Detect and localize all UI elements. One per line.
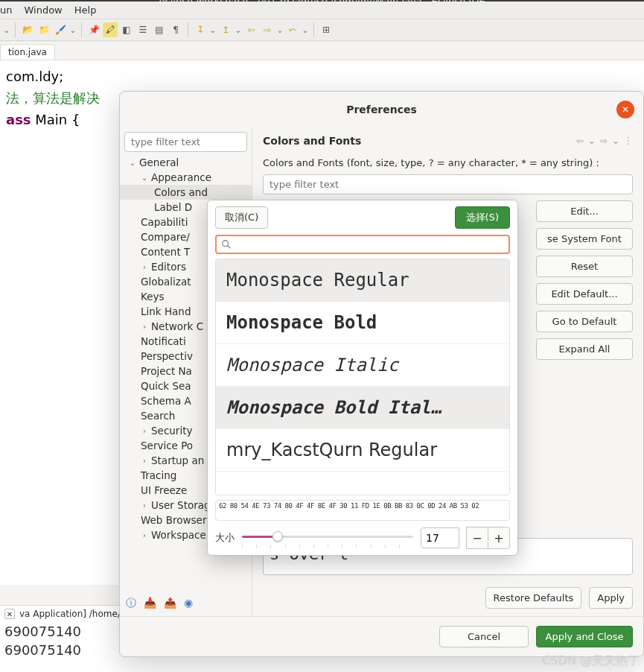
- font-item[interactable]: Monospace Bold Ital…: [216, 387, 509, 429]
- prev-annotation-icon[interactable]: ↧: [193, 22, 208, 37]
- font-item[interactable]: Monospace Italic: [216, 344, 509, 387]
- open-icon[interactable]: 📁: [36, 22, 51, 37]
- pin-icon[interactable]: 📌: [86, 22, 101, 37]
- toolbar-chevron-icon[interactable]: ⌄: [3, 26, 10, 34]
- font-picker-select-button[interactable]: 选择(S): [455, 206, 510, 229]
- chevron-down-icon[interactable]: ⌄: [141, 174, 148, 181]
- block-icon[interactable]: ▤: [152, 22, 167, 37]
- chevron-right-icon[interactable]: ›: [141, 427, 148, 434]
- back-icon[interactable]: ⇦: [243, 22, 258, 37]
- font-list[interactable]: Monospace Regular Monospace Bold Monospa…: [215, 259, 510, 495]
- font-item[interactable]: Monospace Regular: [216, 259, 509, 302]
- editor-tab[interactable]: tion.java: [0, 44, 55, 60]
- menu-run[interactable]: un: [0, 4, 12, 16]
- svg-line-1: [228, 246, 231, 249]
- use-system-font-button[interactable]: se System Font: [536, 228, 633, 250]
- help-icon[interactable]: ⓘ: [126, 597, 136, 610]
- section-title: Colors and Fonts: [263, 135, 361, 147]
- close-button[interactable]: ✕: [616, 101, 634, 118]
- apply-and-close-button[interactable]: Apply and Close: [536, 626, 633, 647]
- menu-icon[interactable]: ⋮: [624, 136, 633, 146]
- cancel-button[interactable]: Cancel: [439, 626, 529, 647]
- menu-help[interactable]: Help: [74, 4, 97, 16]
- toolbar: ⌄ 📂 📁 🖌️ ⌄ 📌 🖍 ◧ ☰ ▤ ¶ ↧ ⌄ ↥ ⌄ ⇦ ⇨ ⌄ ⤺ ⌄…: [0, 19, 644, 41]
- font-picker-cancel-button[interactable]: 取消(C): [215, 206, 268, 229]
- size-input[interactable]: [421, 527, 459, 548]
- chevron-right-icon[interactable]: ›: [141, 531, 148, 539]
- restore-defaults-button[interactable]: Restore Defaults: [485, 587, 582, 609]
- highlight-icon[interactable]: 🖍: [103, 22, 118, 37]
- font-item[interactable]: Monospace Bold: [216, 302, 509, 344]
- outline-icon[interactable]: ☰: [136, 22, 150, 37]
- forward-arrow-icon[interactable]: ⇨: [600, 136, 608, 146]
- go-to-default-button[interactable]: Go to Default: [536, 311, 633, 332]
- record-icon[interactable]: ◉: [184, 597, 193, 610]
- fonts-filter-input[interactable]: [263, 174, 633, 194]
- edit-default-button[interactable]: Edit Default...: [536, 283, 633, 305]
- tree-item-colors-fonts[interactable]: Colors and: [120, 185, 252, 200]
- console-header: va Application] /home/l: [19, 609, 123, 619]
- open-folder-icon[interactable]: 📂: [20, 22, 35, 37]
- menu-window[interactable]: Window: [24, 4, 62, 16]
- chevron-right-icon[interactable]: ›: [141, 457, 148, 464]
- last-edit-icon[interactable]: ⤺: [285, 22, 300, 37]
- menu-bar: un Window Help: [0, 1, 644, 19]
- reset-button[interactable]: Reset: [536, 256, 633, 277]
- import-icon[interactable]: 📥: [144, 597, 156, 610]
- forward-icon[interactable]: ⇨: [260, 22, 275, 37]
- chevron-right-icon[interactable]: ›: [141, 323, 148, 330]
- search-icon: [221, 239, 232, 250]
- font-item[interactable]: mry_KacstQurn Regular: [216, 429, 509, 472]
- size-slider[interactable]: [242, 529, 413, 547]
- edit-button[interactable]: Edit...: [536, 200, 633, 222]
- svg-point-0: [223, 241, 229, 247]
- expand-all-button[interactable]: Expand All: [536, 338, 633, 360]
- watermark: CSDN @天又热了: [542, 653, 640, 669]
- size-decrement-button[interactable]: −: [466, 527, 488, 549]
- apply-button[interactable]: Apply: [589, 587, 633, 609]
- preferences-title: Preferences: [346, 104, 417, 115]
- tree-filter-input[interactable]: [124, 132, 247, 152]
- font-search-input[interactable]: [215, 235, 510, 254]
- perspective-icon[interactable]: ⊞: [319, 22, 334, 37]
- size-label: 大小: [215, 531, 235, 545]
- toggle-icon[interactable]: ◧: [119, 22, 134, 37]
- export-icon[interactable]: 📤: [164, 597, 176, 610]
- paragraph-icon[interactable]: ¶: [168, 22, 183, 37]
- size-increment-button[interactable]: +: [488, 527, 510, 549]
- chevron-right-icon[interactable]: ›: [141, 263, 148, 270]
- next-annotation-icon[interactable]: ↥: [218, 22, 233, 37]
- preferences-title-bar: Preferences ✕: [120, 92, 643, 127]
- chevron-down-icon[interactable]: ⌄: [129, 159, 136, 166]
- section-description: Colors and Fonts (font, size, type, ? = …: [263, 157, 633, 168]
- chevron-right-icon[interactable]: ›: [141, 501, 148, 509]
- font-preview-glyphs: 62 80 54 4E 73 74 80 4F 4F 8E 4F 30 11 F…: [215, 500, 510, 521]
- brush-icon[interactable]: 🖌️: [53, 22, 68, 37]
- font-picker-dialog: 取消(C) 选择(S) Monospace Regular Monospace …: [207, 200, 518, 556]
- close-icon[interactable]: ✕: [4, 609, 15, 619]
- back-arrow-icon[interactable]: ⇦: [576, 136, 584, 146]
